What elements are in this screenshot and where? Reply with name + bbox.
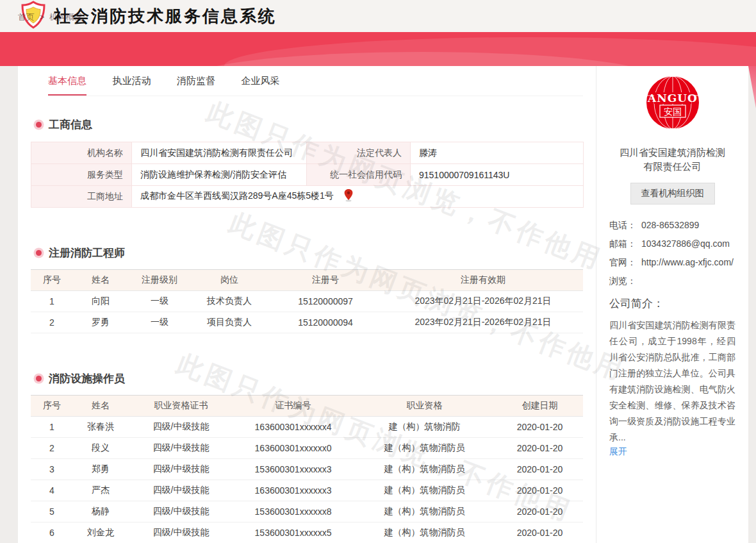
svg-text:ANGUO: ANGUO xyxy=(647,92,698,104)
credit-code-value: 91510000709161143U xyxy=(411,164,584,186)
table-cell: 2023年02月21日-2026年02月21日 xyxy=(383,312,583,333)
breadcrumb-home-link[interactable]: 首页 xyxy=(18,12,35,22)
table-row: 服务类型 消防设施维护保养检测/消防安全评估 统一社会信用代码 91510000… xyxy=(31,164,584,186)
table-cell: 1 xyxy=(31,291,73,312)
table-cell: 四级/中级技能 xyxy=(128,480,234,501)
company-intro-text: 四川省安国建筑消防检测有限责任公司，成立于1998年，经四川省公安消防总队批准，… xyxy=(609,317,735,446)
table-cell: 2020-01-20 xyxy=(497,459,583,480)
table-cell: 建（构）筑物消防员 xyxy=(352,480,497,501)
table-cell: 四级/中级技能 xyxy=(128,501,234,522)
table-cell: 刘金龙 xyxy=(73,522,128,543)
table-row: 1张春洪四级/中级技能163600301xxxxxx4建（构）筑物消防2020-… xyxy=(31,417,583,438)
column-header: 姓名 xyxy=(73,270,128,291)
table-cell: 建（构）筑物消防员 xyxy=(352,438,497,459)
tab-company-showcase[interactable]: 企业风采 xyxy=(241,75,279,94)
org-name-label: 机构名称 xyxy=(31,142,132,164)
table-cell: 153600301xxxxxx3 xyxy=(234,459,352,480)
email-row: 邮箱： 1034327886@qq.com xyxy=(609,237,735,250)
company-logo: ANGUO 安国 xyxy=(609,76,735,131)
table-cell: 建（构）筑物消防员 xyxy=(352,501,497,522)
engineers-table: 序号姓名注册级别岗位注册号注册有效期1向阳一级技术负责人151200000972… xyxy=(31,269,583,333)
phone-label: 电话： xyxy=(609,219,641,231)
table-cell: 建（构）筑物消防员 xyxy=(352,522,497,543)
views-label: 浏览： xyxy=(609,274,641,287)
company-name-line1: 四川省安国建筑消防检测 xyxy=(609,146,735,160)
table-cell: 罗勇 xyxy=(73,312,128,333)
expand-link[interactable]: 展开 xyxy=(609,446,627,458)
table-cell: 2020-01-20 xyxy=(497,480,583,501)
table-cell: 2 xyxy=(31,312,73,333)
breadcrumb: 首页 > 机构概况 xyxy=(18,12,85,23)
table-header-row: 序号姓名注册级别岗位注册号注册有效期 xyxy=(31,270,583,291)
section-title: 工商信息 xyxy=(49,117,92,132)
table-cell: 153600301xxxxxx5 xyxy=(234,522,352,543)
tab-basic-info[interactable]: 基本信息 xyxy=(48,75,86,96)
column-header: 注册号 xyxy=(268,270,383,291)
table-row: 4严杰四级/中级技能163600301xxxxxx3建（构）筑物消防员2020-… xyxy=(31,480,583,501)
main-content: 基本信息 执业活动 消防监督 企业风采 工商信息 机构名称 四川省安国建筑消防检… xyxy=(18,66,596,543)
app-header: 社会消防技术服务信息系统 xyxy=(0,0,756,32)
business-info-table: 机构名称 四川省安国建筑消防检测有限责任公司 法定代表人 滕涛 服务类型 消防设… xyxy=(31,142,584,208)
column-header: 职业资格证书 xyxy=(128,396,234,417)
contact-info: 电话： 028-86532899 邮箱： 1034327886@qq.com 官… xyxy=(609,219,735,287)
website-link[interactable]: http://www.ag-xfjc.com/ xyxy=(641,256,735,269)
email-value: 1034327886@qq.com xyxy=(641,237,735,250)
views-value xyxy=(641,274,735,287)
view-org-chart-button[interactable]: 查看机构组织图 xyxy=(630,183,715,205)
address-value: 成都市金牛区羊西线蜀汉路289号A座45栋5楼1号 xyxy=(132,186,584,208)
section-title: 消防设施操作员 xyxy=(49,371,125,386)
views-row: 浏览： xyxy=(609,274,735,287)
website-row: 官网： http://www.ag-xfjc.com/ xyxy=(609,256,735,269)
service-type-label: 服务类型 xyxy=(31,164,132,186)
table-cell: 163600301xxxxxx3 xyxy=(234,480,352,501)
table-cell: 四级/中级技能 xyxy=(128,522,234,543)
tab-practice-activity[interactable]: 执业活动 xyxy=(112,75,151,94)
anguo-logo-icon: ANGUO 安国 xyxy=(646,76,699,129)
table-cell: 郑勇 xyxy=(73,459,128,480)
site-title: 社会消防技术服务信息系统 xyxy=(54,5,277,28)
table-cell: 杨静 xyxy=(73,501,128,522)
table-cell: 163600301xxxxxx0 xyxy=(234,438,352,459)
table-cell: 建（构）筑物消防 xyxy=(352,417,497,438)
section-title: 注册消防工程师 xyxy=(49,246,125,260)
column-header: 注册级别 xyxy=(128,270,191,291)
website-label: 官网： xyxy=(609,256,641,269)
address-label: 工商地址 xyxy=(31,186,132,208)
column-header: 序号 xyxy=(31,270,73,291)
table-cell: 6 xyxy=(31,522,73,543)
table-cell: 张春洪 xyxy=(73,417,128,438)
column-header: 序号 xyxy=(31,396,73,417)
company-intro-title: 公司简介： xyxy=(609,296,735,311)
table-cell: 段义 xyxy=(73,438,128,459)
tab-bar: 基本信息 执业活动 消防监督 企业风采 xyxy=(48,66,583,96)
email-label: 邮箱： xyxy=(609,237,641,250)
phone-row: 电话： 028-86532899 xyxy=(609,219,735,231)
svg-text:安国: 安国 xyxy=(664,106,682,117)
table-cell: 严杰 xyxy=(73,480,128,501)
table-cell: 项目负责人 xyxy=(191,312,268,333)
table-cell: 2 xyxy=(31,438,73,459)
phone-value: 028-86532899 xyxy=(641,219,735,231)
section-business-info-header: 工商信息 xyxy=(31,117,596,132)
table-cell: 四级/中级技能 xyxy=(128,459,234,480)
content-card: 基本信息 执业活动 消防监督 企业风采 工商信息 机构名称 四川省安国建筑消防检… xyxy=(18,66,748,543)
table-cell: 2020-01-20 xyxy=(497,417,583,438)
table-cell: 5 xyxy=(31,501,73,522)
table-cell: 2020-01-20 xyxy=(497,438,583,459)
tab-fire-supervision[interactable]: 消防监督 xyxy=(177,75,215,94)
table-cell: 一级 xyxy=(128,312,191,333)
table-row: 工商地址 成都市金牛区羊西线蜀汉路289号A座45栋5楼1号 xyxy=(31,186,584,208)
table-row: 5杨静四级/中级技能153600301xxxxxx8建（构）筑物消防员2020-… xyxy=(31,501,583,522)
section-bullet-icon xyxy=(36,376,42,381)
table-cell: 3 xyxy=(31,459,73,480)
legal-rep-value: 滕涛 xyxy=(411,142,584,164)
table-cell: 4 xyxy=(31,480,73,501)
table-header-row: 序号姓名职业资格证书证书编号职业资格创建日期 xyxy=(31,396,583,417)
table-cell: 技术负责人 xyxy=(191,291,268,312)
breadcrumb-band xyxy=(0,32,756,66)
company-name: 四川省安国建筑消防检测 有限责任公司 xyxy=(609,146,735,174)
table-cell: 四级/中级技能 xyxy=(128,417,234,438)
map-pin-icon[interactable] xyxy=(344,194,353,204)
column-header: 姓名 xyxy=(73,396,128,417)
table-cell: 2020-01-20 xyxy=(497,522,583,543)
